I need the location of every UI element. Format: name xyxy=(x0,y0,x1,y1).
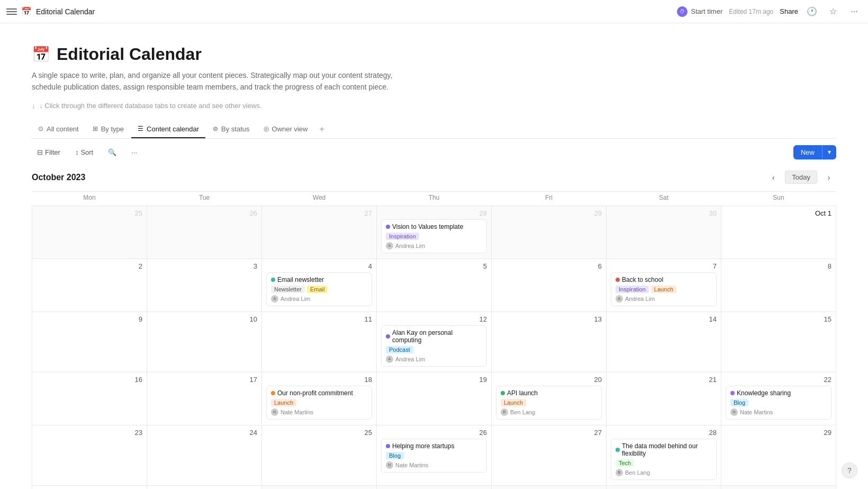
clock-icon[interactable]: 🕐 xyxy=(804,4,819,19)
start-timer-button[interactable]: ⏱ Start timer xyxy=(677,6,722,17)
day-number: 23 xyxy=(37,429,142,437)
calendar-day[interactable]: 16 xyxy=(32,372,147,425)
calendar-day[interactable]: 25 xyxy=(262,425,377,485)
calendar-day[interactable]: 25 xyxy=(32,206,147,259)
event-tag: Blog xyxy=(386,452,404,459)
calendar-day[interactable]: 31 xyxy=(147,485,262,489)
tab-owner-view[interactable]: ◎ Owner view xyxy=(257,121,314,138)
event-tags: Launch xyxy=(271,399,367,406)
add-view-button[interactable]: + xyxy=(315,120,328,138)
event-tags: Blog xyxy=(730,399,827,406)
tab-content-calendar[interactable]: ☰ Content calendar xyxy=(131,121,205,138)
event-card[interactable]: Helping more startupsBlogNNate Martins xyxy=(381,439,487,473)
calendar-day[interactable]: 2 xyxy=(377,485,492,489)
calendar-day[interactable]: 6 xyxy=(492,259,607,312)
day-number: 28 xyxy=(381,209,487,217)
calendar-day[interactable]: 5 xyxy=(721,485,836,489)
event-card[interactable]: Email newsletterNewsletterEmailAAndrea L… xyxy=(266,272,372,306)
event-card[interactable]: Alan Kay on personal computingPodcastAAn… xyxy=(381,325,487,367)
calendar-day[interactable]: 3 xyxy=(147,259,262,312)
calendar-day[interactable]: 9 xyxy=(32,312,147,372)
calendar-day[interactable]: 23 xyxy=(32,425,147,485)
event-card[interactable]: The data model behind our flexibilityTec… xyxy=(611,439,717,480)
event-title: Knowledge sharing xyxy=(730,389,827,397)
event-dot xyxy=(271,391,275,395)
page-title-top: Editorial Calendar xyxy=(36,7,95,16)
calendar-day[interactable]: 30 xyxy=(607,206,721,259)
day-number: 27 xyxy=(266,209,372,217)
menu-icon[interactable] xyxy=(6,6,17,17)
event-dot xyxy=(386,225,390,229)
calendar-day[interactable]: 12Alan Kay on personal computingPodcastA… xyxy=(377,312,492,372)
calendar-day[interactable]: 5 xyxy=(377,259,492,312)
calendar-day[interactable]: 19 xyxy=(377,372,492,425)
day-number: 29 xyxy=(496,209,602,217)
new-button-dropdown-arrow[interactable]: ▾ xyxy=(822,145,836,159)
event-dot xyxy=(271,278,275,282)
event-author: AAndrea Lim xyxy=(271,295,367,303)
event-card[interactable]: Knowledge sharingBlogNNate Martins xyxy=(726,386,831,420)
more-toolbar-button[interactable]: ··· xyxy=(126,146,142,159)
sort-icon: ↕ xyxy=(75,148,79,156)
calendar-day[interactable]: Nov 1 xyxy=(262,485,377,489)
tab-by-status[interactable]: ⊚ By status xyxy=(206,121,256,138)
help-button[interactable]: ? xyxy=(842,463,857,478)
event-card[interactable]: Our non-profit commitmentLaunchNNate Mar… xyxy=(266,386,372,420)
calendar-day[interactable]: 3 xyxy=(492,485,607,489)
search-button[interactable]: 🔍 xyxy=(103,146,122,159)
weekday-tue: Tue xyxy=(147,191,262,206)
author-avatar: A xyxy=(386,242,393,250)
calendar-day[interactable]: 24 xyxy=(147,425,262,485)
prev-month-button[interactable]: ‹ xyxy=(766,170,781,185)
calendar-day[interactable]: 14 xyxy=(607,312,721,372)
day-number: 10 xyxy=(151,315,257,323)
event-tag: Newsletter xyxy=(271,286,305,293)
calendar-day[interactable]: 26Helping more startupsBlogNNate Martins xyxy=(377,425,492,485)
by-status-icon: ⊚ xyxy=(213,125,218,132)
calendar-day[interactable]: 4Email newsletterNewsletterEmailAAndrea … xyxy=(262,259,377,312)
next-month-button[interactable]: › xyxy=(821,170,836,185)
calendar-day[interactable]: 15 xyxy=(721,312,836,372)
event-card[interactable]: Back to schoolInspirationLaunchAAndrea L… xyxy=(611,272,717,306)
author-avatar: B xyxy=(616,469,623,476)
calendar-day[interactable]: 8 xyxy=(721,259,836,312)
day-number: 30 xyxy=(611,209,717,217)
weekday-wed: Wed xyxy=(262,191,377,206)
calendar-day[interactable]: 13 xyxy=(492,312,607,372)
tab-all-content[interactable]: ⊙ All content xyxy=(32,121,85,138)
calendar-day[interactable]: 27 xyxy=(262,206,377,259)
calendar-day[interactable]: 28The data model behind our flexibilityT… xyxy=(607,425,721,485)
calendar-day[interactable]: 4 xyxy=(607,485,721,489)
calendar-day[interactable]: 18Our non-profit commitmentLaunchNNate M… xyxy=(262,372,377,425)
calendar-day[interactable]: Oct 1 xyxy=(721,206,836,259)
star-icon[interactable]: ☆ xyxy=(826,4,840,19)
tab-by-type[interactable]: ⊞ By type xyxy=(86,121,130,138)
event-tags: Podcast xyxy=(386,346,482,353)
calendar-day[interactable]: 7Back to schoolInspirationLaunchAAndrea … xyxy=(607,259,721,312)
event-title: Vision to Values template xyxy=(386,223,482,230)
calendar-day[interactable]: 11 xyxy=(262,312,377,372)
filter-button[interactable]: ⊟ Filter xyxy=(32,146,66,159)
calendar-day[interactable]: 27 xyxy=(492,425,607,485)
page-title: Editorial Calendar xyxy=(57,45,202,64)
calendar-day[interactable]: 26 xyxy=(147,206,262,259)
calendar-day[interactable]: 28Vision to Values templateInspirationAA… xyxy=(377,206,492,259)
new-button[interactable]: New ▾ xyxy=(793,145,836,159)
calendar-day[interactable]: 29 xyxy=(721,425,836,485)
calendar-day[interactable]: 10 xyxy=(147,312,262,372)
event-card[interactable]: API launchLaunchBBen Lang xyxy=(496,386,602,420)
calendar-day[interactable]: 20API launchLaunchBBen Lang xyxy=(492,372,607,425)
calendar-day[interactable]: 17 xyxy=(147,372,262,425)
share-button[interactable]: Share xyxy=(780,7,798,15)
calendar-day[interactable]: 30 xyxy=(32,485,147,489)
calendar-day[interactable]: 21 xyxy=(607,372,721,425)
event-card[interactable]: Vision to Values templateInspirationAAnd… xyxy=(381,219,487,253)
today-button[interactable]: Today xyxy=(785,171,817,184)
day-number: 15 xyxy=(726,315,831,323)
calendar-day[interactable]: 22Knowledge sharingBlogNNate Martins xyxy=(721,372,836,425)
calendar-day[interactable]: 29 xyxy=(492,206,607,259)
sort-button[interactable]: ↕ Sort xyxy=(70,146,98,159)
calendar-day[interactable]: 2 xyxy=(32,259,147,312)
weekday-sat: Sat xyxy=(607,191,721,206)
more-options-icon[interactable]: ··· xyxy=(847,4,862,19)
